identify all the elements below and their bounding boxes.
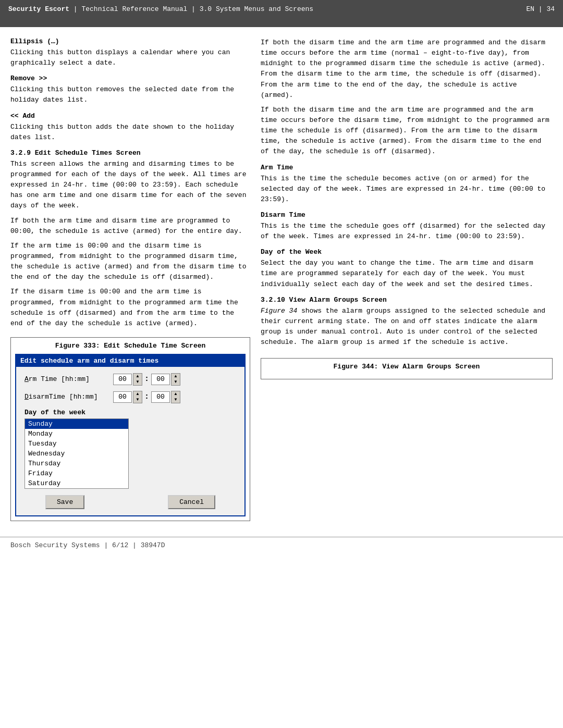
arm-time-label-rest: rm Time [hh:mm] (29, 375, 90, 383)
dialog-buttons: Save Cancel (25, 495, 236, 509)
dow-section-body: Select the day you want to change the ti… (261, 258, 553, 289)
figure344-box: Figure 344: View Alarm Groups Screen (261, 358, 553, 379)
arm-time-label: Arm Time [hh:mm] (25, 375, 113, 383)
figure34-ref: Figure 34 (261, 307, 297, 315)
day-of-week-list[interactable]: SundayMondayTuesdayWednesdayThursdayFrid… (25, 418, 129, 489)
dow-item-saturday[interactable]: Saturday (25, 478, 128, 488)
disarm-underline: D (25, 393, 29, 401)
add-heading: << Add (10, 112, 250, 120)
disarm-minutes-up[interactable]: ▲ (172, 391, 180, 397)
disarm-time-body: This is the time the schedule goes off (… (261, 221, 553, 242)
header-subtitle: | Technical Reference Manual | 3.0 Syste… (69, 5, 313, 13)
disarm-time-input[interactable]: ▲ ▼ : ▲ ▼ (113, 391, 180, 403)
arm-time-body: This is the time the schedule becomes ac… (261, 174, 553, 205)
arm-minutes-field[interactable] (151, 374, 170, 385)
left-column: Ellipsis (…) Clicking this button displa… (10, 38, 250, 521)
dow-item-wednesday[interactable]: Wednesday (25, 449, 128, 459)
arm-hours-down[interactable]: ▼ (133, 379, 142, 385)
dow-section-head: Day of the Week (261, 248, 553, 256)
arm-minutes-down[interactable]: ▼ (172, 379, 180, 385)
section3210-head: 3.2.10 View Alarm Groups Screen (261, 296, 553, 304)
arm-hours-field[interactable] (113, 374, 132, 385)
add-body: Clicking this button adds the date shown… (10, 122, 250, 143)
page-number: EN | 34 (526, 4, 555, 13)
section329-p4: If the disarm time is 00:00 and the arm … (10, 287, 250, 329)
section3210-p1-rest: shows the alarm groups assigned to the s… (261, 307, 545, 346)
edit-schedule-dialog: Edit schedule arm and disarm times Arm T… (15, 354, 246, 516)
arm-minutes-up[interactable]: ▲ (172, 374, 180, 379)
remove-body: Clicking this button removes the selecte… (10, 84, 250, 105)
disarm-minutes-down[interactable]: ▼ (172, 397, 180, 403)
section3210-p1: Figure 34 shows the alarm groups assigne… (261, 306, 553, 348)
ellipsis-heading: Ellipsis (…) (10, 38, 250, 45)
cancel-button[interactable]: Cancel (168, 495, 215, 509)
dow-item-friday[interactable]: Friday (25, 468, 128, 478)
disarm-hours-up[interactable]: ▲ (133, 391, 142, 397)
disarm-hours-down[interactable]: ▼ (133, 397, 142, 403)
section329-p3: If the arm time is 00:00 and the disarm … (10, 241, 250, 283)
page-header: Security Escort | Technical Reference Ma… (0, 0, 563, 27)
arm-time-row: Arm Time [hh:mm] ▲ ▼ : ▲ (25, 373, 236, 386)
dialog-body: Arm Time [hh:mm] ▲ ▼ : ▲ (16, 367, 244, 515)
arm-time-separator: : (143, 375, 150, 384)
arm-underline: A (25, 375, 29, 383)
disarm-hours-field[interactable] (113, 391, 132, 403)
arm-minutes-spinner[interactable]: ▲ ▼ (171, 373, 180, 386)
right-column: If both the disarm time and the arm time… (261, 38, 553, 521)
figure333-title: Figure 333: Edit Schedule Time Screen (15, 342, 246, 350)
right-p1: If both the disarm time and the arm time… (261, 38, 553, 101)
disarm-minutes-field[interactable] (151, 391, 170, 403)
arm-time-input[interactable]: ▲ ▼ : ▲ ▼ (113, 373, 180, 386)
disarm-time-separator: : (143, 392, 150, 401)
figure344-title: Figure 344: View Alarm Groups Screen (265, 363, 548, 371)
disarm-minutes-spinner[interactable]: ▲ ▼ (171, 391, 180, 403)
disarm-time-row: DisarmTime [hh:mm] ▲ ▼ : ▲ (25, 391, 236, 403)
product-name: Security Escort (8, 5, 69, 13)
dialog-titlebar: Edit schedule arm and disarm times (16, 355, 244, 367)
disarm-time-label-rest: isarmTime [hh:mm] (29, 393, 98, 401)
section329-p1: This screen allows the arming and disarm… (10, 159, 250, 212)
disarm-time-label: DisarmTime [hh:mm] (25, 393, 113, 401)
section329-heading: 3.2.9 Edit Schedule Times Screen (10, 149, 250, 157)
section329-p2: If both the arm time and disarm time are… (10, 216, 250, 237)
footer-text: Bosch Security Systems | 6/12 | 38947D (10, 541, 165, 549)
dow-item-sunday[interactable]: Sunday (25, 419, 128, 429)
figure333-box: Figure 333: Edit Schedule Time Screen Ed… (10, 337, 250, 521)
arm-time-head: Arm Time (261, 164, 553, 171)
page-footer: Bosch Security Systems | 6/12 | 38947D (0, 537, 563, 553)
dow-item-thursday[interactable]: Thursday (25, 459, 128, 468)
remove-heading: Remove >> (10, 75, 250, 82)
dow-item-monday[interactable]: Monday (25, 429, 128, 439)
save-button[interactable]: Save (45, 495, 84, 509)
disarm-time-head: Disarm Time (261, 211, 553, 219)
dow-label: Day of the week (25, 409, 236, 416)
dow-item-tuesday[interactable]: Tuesday (25, 439, 128, 449)
main-content: Ellipsis (…) Clicking this button displa… (0, 27, 563, 526)
header-title: Security Escort | Technical Reference Ma… (8, 4, 313, 15)
ellipsis-body: Clicking this button displays a calendar… (10, 47, 250, 68)
arm-hours-up[interactable]: ▲ (133, 374, 142, 379)
disarm-hours-spinner[interactable]: ▲ ▼ (133, 391, 142, 403)
right-p2: If both the disarm time and the arm time… (261, 105, 553, 157)
arm-hours-spinner[interactable]: ▲ ▼ (133, 373, 142, 386)
